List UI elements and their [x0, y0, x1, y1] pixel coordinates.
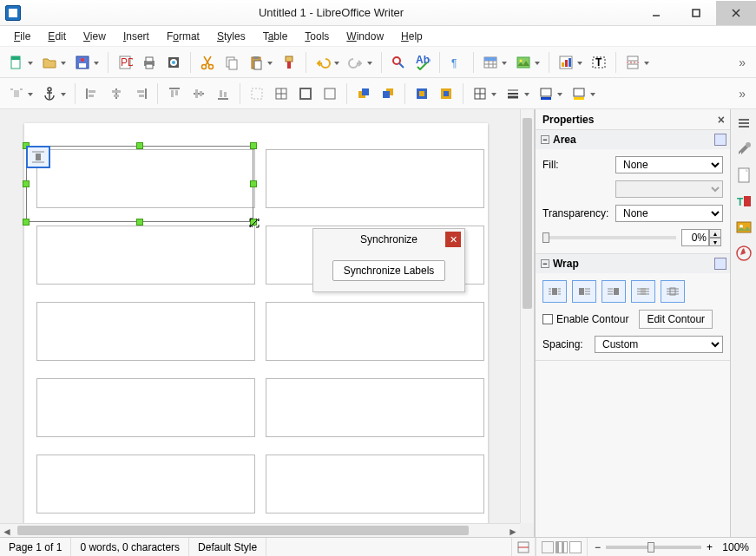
enable-contour-checkbox[interactable]: Enable Contour	[542, 313, 628, 325]
align-center-v-button[interactable]	[187, 82, 210, 105]
cut-button[interactable]	[196, 51, 219, 74]
formatting-marks-button[interactable]: ¶	[445, 51, 468, 74]
menu-insert[interactable]: Insert	[116, 29, 156, 44]
resize-handle[interactable]	[136, 219, 143, 226]
toolbar2-overflow-icon[interactable]: »	[733, 87, 751, 101]
label-cell[interactable]	[266, 302, 484, 361]
synchronize-labels-button[interactable]: Synchronize Labels	[332, 260, 446, 281]
resize-handle[interactable]	[23, 219, 30, 226]
wrap-after-button[interactable]	[631, 280, 655, 303]
wrap-off-button[interactable]	[5, 82, 28, 105]
redo-button[interactable]	[345, 51, 367, 74]
page-tab-icon[interactable]	[735, 167, 753, 184]
wrap-through-button[interactable]	[661, 280, 685, 303]
fill-color-select[interactable]	[615, 180, 723, 198]
styles-tab-icon[interactable]: T	[735, 193, 753, 210]
align-top-button[interactable]	[163, 82, 186, 105]
gallery-tab-icon[interactable]	[735, 219, 753, 236]
wrap-before-button[interactable]	[602, 280, 626, 303]
label-cell[interactable]	[36, 226, 255, 285]
sidebar-settings-icon[interactable]	[735, 114, 753, 132]
area-section-header[interactable]: − Area	[536, 130, 730, 149]
close-button[interactable]	[716, 1, 756, 25]
table-button[interactable]	[479, 51, 502, 74]
maximize-button[interactable]	[676, 1, 716, 25]
border-style-button[interactable]	[502, 82, 524, 105]
navigator-tab-icon[interactable]	[735, 245, 753, 262]
export-pdf-button[interactable]: PDF	[114, 51, 136, 74]
spellcheck-button[interactable]: Abc	[411, 51, 434, 74]
text-box-button[interactable]: T	[588, 51, 610, 74]
align-right-button[interactable]	[129, 82, 152, 105]
menu-edit[interactable]: Edit	[41, 29, 73, 44]
label-cell[interactable]	[266, 149, 484, 208]
find-button[interactable]	[387, 51, 410, 74]
area-color-button[interactable]	[568, 82, 590, 105]
print-preview-button[interactable]	[162, 51, 185, 74]
menu-help[interactable]: Help	[394, 29, 430, 44]
open-button[interactable]	[38, 51, 61, 74]
page-break-button[interactable]	[621, 51, 644, 74]
align-center-h-button[interactable]	[105, 82, 128, 105]
status-style[interactable]: Default Style	[189, 538, 266, 556]
copy-button[interactable]	[220, 51, 243, 74]
borders-all-button[interactable]	[270, 82, 293, 105]
transparency-slider[interactable]	[542, 236, 676, 239]
frame-borders-button[interactable]	[469, 82, 491, 105]
transparency-select[interactable]: None	[615, 205, 723, 222]
transparency-spinner[interactable]: ▲▼	[681, 229, 723, 246]
more-options-icon[interactable]	[714, 134, 726, 146]
menu-file[interactable]: File	[7, 29, 37, 44]
background-button[interactable]	[435, 82, 457, 105]
wrap-parallel-button[interactable]	[542, 280, 567, 303]
save-button[interactable]	[71, 51, 94, 74]
label-cell[interactable]	[266, 378, 484, 437]
resize-handle[interactable]	[250, 142, 257, 149]
toolbar-overflow-icon[interactable]: »	[733, 56, 751, 69]
undo-button[interactable]	[312, 51, 334, 74]
edit-contour-button[interactable]: Edit Contour	[639, 310, 713, 329]
borders-outer-button[interactable]	[294, 82, 317, 105]
view-layout-buttons[interactable]	[536, 538, 588, 556]
synchronize-dialog[interactable]: Synchronize ✕ Synchronize Labels	[312, 228, 465, 292]
foreground-button[interactable]	[411, 82, 433, 105]
zoom-in-icon[interactable]: +	[707, 541, 713, 553]
paste-button[interactable]	[245, 51, 267, 74]
menu-view[interactable]: View	[76, 29, 113, 44]
wrap-section-header[interactable]: − Wrap	[536, 254, 730, 273]
status-words[interactable]: 0 words, 0 characters	[71, 538, 189, 556]
send-back-button[interactable]	[377, 82, 399, 105]
multi-page-view-icon[interactable]	[555, 541, 568, 553]
zoom-out-icon[interactable]: −	[595, 541, 601, 553]
vertical-scrollbar[interactable]	[520, 109, 534, 523]
selected-frame[interactable]	[26, 146, 253, 222]
sidebar-close-icon[interactable]: ×	[718, 113, 725, 127]
clone-formatting-button[interactable]	[278, 51, 300, 74]
status-page[interactable]: Page 1 of 1	[0, 538, 71, 556]
fill-select[interactable]: None	[615, 156, 723, 173]
anchor-button[interactable]	[38, 82, 61, 105]
wrap-none-button[interactable]	[26, 146, 50, 168]
properties-tab-icon[interactable]	[735, 141, 753, 158]
single-page-view-icon[interactable]	[542, 541, 554, 553]
book-view-icon[interactable]	[569, 541, 582, 553]
print-button[interactable]	[138, 51, 161, 74]
menu-format[interactable]: Format	[160, 29, 207, 44]
align-left-button[interactable]	[81, 82, 103, 105]
resize-handle[interactable]	[136, 142, 143, 149]
borders-none-button[interactable]	[246, 82, 268, 105]
horizontal-scrollbar[interactable]: ◄►	[0, 523, 520, 537]
image-button[interactable]	[512, 51, 535, 74]
resize-handle[interactable]	[250, 180, 257, 187]
label-cell[interactable]	[36, 302, 255, 361]
menu-tools[interactable]: Tools	[298, 29, 336, 44]
chart-button[interactable]	[555, 51, 577, 74]
align-bottom-button[interactable]	[212, 82, 234, 105]
zoom-slider[interactable]	[606, 546, 701, 549]
bring-front-button[interactable]	[352, 82, 375, 105]
spacing-select[interactable]: Custom	[595, 336, 723, 353]
collapse-icon[interactable]: −	[541, 259, 549, 268]
label-cell[interactable]	[266, 455, 484, 513]
wrap-optimal-button[interactable]	[572, 280, 596, 303]
resize-handle[interactable]	[23, 180, 30, 187]
